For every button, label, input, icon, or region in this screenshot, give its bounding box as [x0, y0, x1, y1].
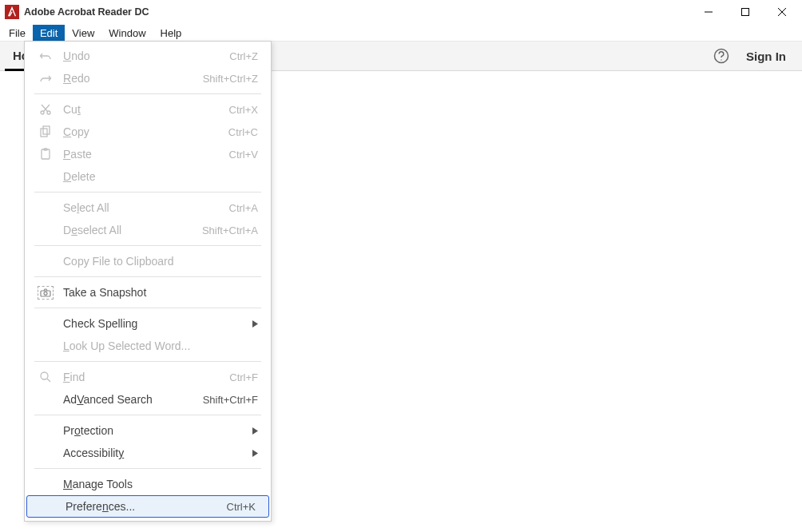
svg-rect-9	[43, 126, 50, 134]
menu-view[interactable]: View	[65, 25, 101, 41]
svg-marker-17	[252, 427, 258, 435]
menuitem-advanced-search[interactable]: AdVanced Search Shift+Ctrl+F	[25, 388, 271, 411]
menuitem-delete[interactable]: Delete	[25, 165, 271, 188]
svg-point-5	[721, 59, 721, 60]
menuitem-redo[interactable]: Redo Shift+Ctrl+Z	[25, 67, 271, 89]
menuitem-deselect-all[interactable]: Deselect All Shift+Ctrl+A	[25, 219, 271, 241]
menuitem-label: Find	[58, 371, 229, 383]
menuitem-label: Delete	[58, 170, 271, 183]
svg-rect-1	[742, 9, 749, 16]
menuitem-label: Select All	[58, 201, 229, 214]
shortcut-label: Shift+Ctrl+Z	[203, 73, 271, 85]
menuitem-paste[interactable]: Paste Ctrl+V	[25, 143, 271, 165]
window-close-button[interactable]	[764, 0, 800, 24]
menuitem-label: Manage Tools	[58, 478, 271, 490]
shortcut-label: Shift+Ctrl+F	[203, 394, 271, 406]
menuitem-label: Paste	[58, 148, 229, 161]
menuitem-label: Look Up Selected Word...	[58, 339, 271, 352]
menuitem-label: Preferences...	[61, 500, 227, 513]
svg-point-6	[41, 111, 44, 114]
menuitem-lookup-word[interactable]: Look Up Selected Word...	[25, 335, 271, 357]
app-icon	[5, 5, 19, 19]
svg-point-13	[44, 292, 47, 295]
shortcut-label: Ctrl+X	[229, 104, 271, 116]
menu-separator	[34, 276, 261, 277]
menuitem-label: Deselect All	[58, 224, 202, 236]
svg-point-7	[47, 111, 50, 114]
shortcut-label: Ctrl+A	[229, 202, 271, 214]
submenu-arrow-icon	[252, 447, 271, 459]
window-maximize-button[interactable]	[727, 0, 764, 24]
menuitem-find[interactable]: Find Ctrl+F	[25, 366, 271, 388]
menu-separator	[34, 93, 261, 94]
window-titlebar: Adobe Acrobat Reader DC	[0, 0, 802, 25]
menu-help[interactable]: Help	[153, 25, 189, 41]
shortcut-label: Ctrl+C	[228, 126, 271, 138]
submenu-arrow-icon	[252, 317, 271, 330]
menuitem-label: Protection	[58, 424, 252, 437]
menuitem-label: Undo	[58, 50, 229, 62]
menuitem-undo[interactable]: Undo Ctrl+Z	[25, 45, 271, 67]
menuitem-label: Take a Snapshot	[58, 286, 271, 299]
menuitem-copy[interactable]: Copy Ctrl+C	[25, 121, 271, 143]
menu-separator	[34, 308, 261, 308]
menuitem-manage-tools[interactable]: Manage Tools	[25, 473, 271, 495]
menu-separator	[34, 192, 261, 193]
menuitem-preferences[interactable]: Preferences... Ctrl+K	[26, 495, 269, 518]
svg-point-15	[41, 372, 48, 379]
menu-separator	[34, 245, 261, 246]
menuitem-label: Redo	[58, 72, 203, 85]
svg-marker-14	[252, 320, 258, 328]
help-button[interactable]	[708, 42, 735, 70]
menu-separator	[34, 468, 261, 469]
shortcut-label: Ctrl+K	[227, 501, 268, 513]
menuitem-label: Copy File to Clipboard	[58, 255, 271, 268]
menuitem-label: Cut	[58, 103, 229, 116]
menu-file[interactable]: File	[2, 25, 33, 41]
sign-in-button[interactable]: Sign In	[735, 42, 797, 70]
shortcut-label: Ctrl+V	[229, 149, 271, 161]
scissors-icon	[25, 103, 58, 116]
menu-separator	[34, 415, 261, 415]
menu-separator	[34, 361, 261, 362]
clipboard-icon	[25, 148, 58, 161]
shortcut-label: Ctrl+Z	[229, 50, 271, 62]
menubar: File Edit View Window Help	[0, 25, 802, 42]
menuitem-accessibility[interactable]: Accessibility	[25, 442, 271, 464]
undo-icon	[25, 50, 58, 62]
menu-window[interactable]: Window	[101, 25, 153, 41]
shortcut-label: Ctrl+F	[229, 371, 271, 383]
menuitem-cut[interactable]: Cut Ctrl+X	[25, 98, 271, 121]
menu-edit[interactable]: Edit	[33, 25, 65, 41]
copy-icon	[25, 125, 58, 138]
menuitem-label: Check Spelling	[58, 317, 252, 330]
shortcut-label: Shift+Ctrl+A	[202, 224, 271, 236]
redo-icon	[25, 72, 58, 85]
submenu-arrow-icon	[252, 424, 271, 437]
menuitem-snapshot[interactable]: Take a Snapshot	[25, 281, 271, 304]
svg-marker-18	[252, 450, 258, 457]
edit-dropdown: Undo Ctrl+Z Redo Shift+Ctrl+Z Cut Ctrl+X…	[24, 41, 272, 522]
menuitem-check-spelling[interactable]: Check Spelling	[25, 312, 271, 335]
search-icon	[25, 371, 58, 383]
menuitem-protection[interactable]: Protection	[25, 419, 271, 442]
menuitem-select-all[interactable]: Select All Ctrl+A	[25, 197, 271, 219]
svg-rect-8	[41, 129, 47, 137]
svg-line-16	[47, 379, 50, 382]
window-title: Adobe Acrobat Reader DC	[24, 6, 149, 18]
menuitem-label: AdVanced Search	[58, 393, 203, 406]
menuitem-copy-file[interactable]: Copy File to Clipboard	[25, 250, 271, 272]
camera-icon	[25, 286, 58, 300]
menuitem-label: Accessibility	[58, 447, 252, 459]
menuitem-label: Copy	[58, 125, 228, 138]
window-minimize-button[interactable]	[690, 0, 727, 24]
